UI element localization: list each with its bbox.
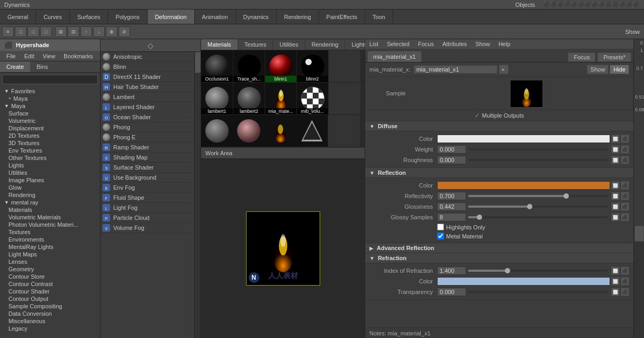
tree-mr-data-conv[interactable]: Data Conversion bbox=[0, 310, 100, 317]
tab-deformation[interactable]: Deformation bbox=[148, 10, 195, 24]
tab-create[interactable]: Create bbox=[0, 61, 30, 72]
shader-ocean[interactable]: O Ocean Shader bbox=[101, 112, 194, 122]
shader-fluidshape[interactable]: F Fluid Shape bbox=[101, 193, 194, 203]
refl-glossy-samples-handle[interactable] bbox=[477, 215, 482, 220]
reflection-section-header[interactable]: ▼ Reflection bbox=[365, 168, 633, 178]
tree-envtextures[interactable]: Env Textures bbox=[0, 147, 100, 154]
refl-glossy-samples-connect2[interactable]: ⬛ bbox=[621, 213, 629, 221]
attr-menu-show[interactable]: Show bbox=[471, 39, 494, 49]
tree-mr-lights[interactable]: MentalRay Lights bbox=[0, 243, 100, 251]
shader-layered[interactable]: L Layered Shader bbox=[101, 102, 194, 112]
toolbar-btn-8[interactable]: ↓ bbox=[93, 26, 105, 37]
mat-cell-trace[interactable]: Trace_sh... bbox=[233, 50, 265, 82]
refl-glossy-samples-slider[interactable] bbox=[468, 216, 608, 218]
mat-tab-rendering[interactable]: Rendering bbox=[305, 39, 346, 50]
diffuse-color-connect[interactable]: ⬜ bbox=[611, 135, 620, 143]
show-button[interactable]: Show bbox=[587, 65, 609, 74]
tab-painteffects[interactable]: PaintEffects bbox=[319, 10, 366, 24]
tree-imageplanes[interactable]: Image Planes bbox=[0, 176, 100, 184]
refr-transparency-input[interactable] bbox=[437, 288, 466, 296]
tree-rendering[interactable]: Rendering bbox=[0, 191, 100, 199]
diffuse-weight-connect[interactable]: ⬜ bbox=[611, 145, 620, 154]
tree-mr-vol-materials[interactable]: Volumetric Materials bbox=[0, 214, 100, 221]
attr-menu-selected[interactable]: Selected bbox=[383, 39, 414, 49]
tree-maya-root[interactable]: ▼ Maya bbox=[0, 102, 100, 110]
hs-menu-bookmarks[interactable]: Bookmarks bbox=[59, 52, 97, 60]
tree-mr-materials[interactable]: Materials bbox=[0, 206, 100, 214]
tree-displacement[interactable]: Displacement bbox=[0, 124, 100, 132]
middle-scrollbar[interactable] bbox=[194, 52, 201, 338]
tree-mr-environments[interactable]: Environments bbox=[0, 236, 100, 243]
diffuse-roughness-connect2[interactable]: ⬛ bbox=[621, 156, 629, 164]
tree-mr-lenses[interactable]: Lenses bbox=[0, 258, 100, 265]
refraction-section-header[interactable]: ▼ Refraction bbox=[365, 253, 633, 263]
refr-ior-handle[interactable] bbox=[505, 268, 510, 273]
tree-mr-contour-output[interactable]: Contour Output bbox=[0, 295, 100, 303]
refl-reflectivity-connect[interactable]: ⬜ bbox=[611, 192, 620, 200]
tree-2dtextures[interactable]: 2D Textures bbox=[0, 132, 100, 139]
mat-cell-row3-3[interactable] bbox=[265, 115, 296, 147]
tree-favorites[interactable]: ▼ Favorites bbox=[0, 87, 100, 95]
refl-reflectivity-connect2[interactable]: ⬛ bbox=[621, 192, 629, 200]
mat-cell-lambert1[interactable]: lambert1 bbox=[201, 83, 233, 114]
tree-glow[interactable]: Glow bbox=[0, 184, 100, 191]
mat-cell-lambert2[interactable]: lambert2 bbox=[233, 83, 265, 114]
tab-polygons[interactable]: Polygons bbox=[108, 10, 147, 24]
shader-envfog[interactable]: E Env Fog bbox=[101, 183, 194, 193]
toolbar-btn-2[interactable]: □ bbox=[15, 26, 26, 37]
diffuse-roughness-slider[interactable] bbox=[468, 159, 608, 161]
shader-anisotropic[interactable]: Anisotropic bbox=[101, 52, 194, 62]
shader-lambert[interactable]: Lambert bbox=[101, 92, 194, 102]
attr-connection-icon[interactable]: ▸ bbox=[499, 65, 509, 74]
metal-material-checkbox[interactable] bbox=[437, 233, 444, 239]
diffuse-roughness-input[interactable] bbox=[437, 156, 466, 164]
refl-glossiness-connect2[interactable]: ⬛ bbox=[621, 202, 629, 211]
refl-color-connect[interactable]: ⬜ bbox=[611, 181, 620, 190]
refl-glossiness-connect[interactable]: ⬜ bbox=[611, 202, 620, 211]
toolbar-btn-6[interactable]: ⊟ bbox=[68, 26, 79, 37]
hide-button[interactable]: Hide bbox=[610, 65, 629, 74]
tree-lights[interactable]: Lights bbox=[0, 162, 100, 169]
refl-glossy-samples-connect[interactable]: ⬜ bbox=[611, 213, 620, 221]
refr-ior-input[interactable] bbox=[437, 266, 466, 275]
diffuse-color-connect2[interactable]: ⬛ bbox=[621, 135, 629, 143]
tab-dynamics[interactable]: Dynamics bbox=[236, 10, 277, 24]
refr-ior-slider[interactable] bbox=[468, 270, 608, 272]
focus-button[interactable]: Focus bbox=[568, 52, 595, 62]
tree-mr-misc[interactable]: Miscellaneous bbox=[0, 317, 100, 325]
diffuse-color-swatch[interactable] bbox=[437, 135, 610, 143]
hs-menu-view[interactable]: View bbox=[39, 52, 60, 60]
attr-active-tab[interactable]: mia_material_x1 bbox=[367, 51, 422, 62]
diffuse-weight-connect2[interactable]: ⬛ bbox=[621, 145, 629, 154]
tab-surfaces[interactable]: Surfaces bbox=[70, 10, 108, 24]
mat-cell-row3-4[interactable] bbox=[296, 115, 328, 147]
tab-rendering[interactable]: Rendering bbox=[277, 10, 319, 24]
shader-ramp[interactable]: R Ramp Shader bbox=[101, 143, 194, 153]
refr-ior-connect2[interactable]: ⬛ bbox=[621, 266, 629, 275]
mat-cell-occlusion[interactable]: Occlusion1 bbox=[201, 50, 233, 82]
tree-volumetric[interactable]: Volumetric bbox=[0, 117, 100, 124]
attr-menu-list[interactable]: List bbox=[365, 39, 383, 49]
attr-name-input[interactable] bbox=[414, 65, 497, 74]
mat-cell-mia[interactable]: mia_mate... bbox=[265, 83, 296, 114]
right-scroll-thumb[interactable] bbox=[634, 226, 644, 242]
shader-lightfog[interactable]: L Light Fog bbox=[101, 203, 194, 213]
shader-usebg[interactable]: U Use Background bbox=[101, 173, 194, 183]
refl-glossiness-handle[interactable] bbox=[527, 204, 532, 209]
hs-menu-file[interactable]: File bbox=[2, 52, 20, 60]
tab-animation[interactable]: Animation bbox=[195, 10, 236, 24]
diffuse-roughness-connect[interactable]: ⬜ bbox=[611, 156, 620, 164]
mat-cell-extra[interactable] bbox=[328, 50, 360, 82]
tree-mr-geometry[interactable]: Geometry bbox=[0, 265, 100, 273]
refl-reflectivity-slider[interactable] bbox=[468, 195, 608, 197]
refl-glossiness-input[interactable] bbox=[437, 202, 466, 211]
attr-menu-attributes[interactable]: Attributes bbox=[438, 39, 471, 49]
mat-cell-blinn2[interactable]: blinn2 bbox=[296, 50, 328, 82]
tree-mr-contour-contrast[interactable]: Contour Contrast bbox=[0, 280, 100, 288]
tree-utilities[interactable]: Utilities bbox=[0, 169, 100, 176]
mat-cell-row3-1[interactable] bbox=[201, 115, 233, 147]
refl-reflectivity-handle[interactable] bbox=[564, 193, 569, 199]
attr-menu-help[interactable]: Help bbox=[494, 39, 515, 49]
tab-bins[interactable]: Bins bbox=[30, 61, 54, 72]
tree-surface[interactable]: Surface bbox=[0, 110, 100, 117]
